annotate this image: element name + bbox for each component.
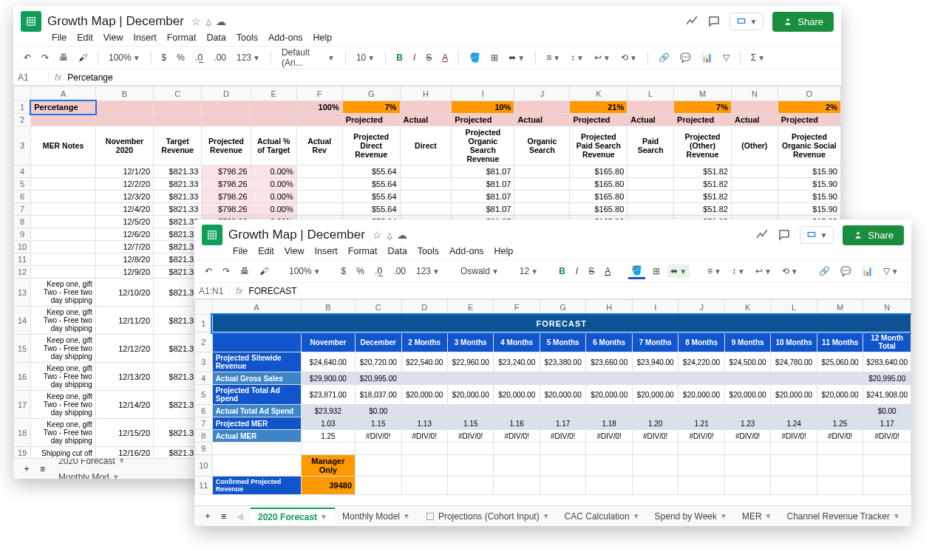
menu-format[interactable]: Format (167, 33, 197, 43)
toolbar: ↶ ↷ 🖶 🖌 100% ▼ $ % .0̲ .00 123▼ Oswald ▼… (194, 259, 911, 283)
name-box[interactable]: A1 (13, 72, 49, 83)
tab[interactable]: Monthly Model ▼ (335, 508, 418, 525)
activity-icon[interactable] (755, 228, 769, 242)
name-box[interactable]: A1:N1 (194, 286, 230, 296)
undo-icon[interactable]: ↶ (21, 51, 34, 64)
menu-help[interactable]: Help (313, 33, 333, 43)
share-button[interactable]: Share (772, 12, 834, 32)
fx-icon: fx (49, 72, 67, 83)
menu-file[interactable]: File (52, 33, 67, 43)
menu-data[interactable]: Data (206, 33, 225, 43)
menu-edit[interactable]: Edit (258, 246, 274, 256)
menu-insert[interactable]: Insert (134, 33, 157, 43)
size-select[interactable]: 10 ▼ (353, 51, 378, 64)
filter-icon[interactable]: ▽ (720, 51, 732, 64)
font-select[interactable]: Oswald ▼ (458, 264, 502, 278)
menu-view[interactable]: View (285, 246, 305, 256)
functions-icon[interactable]: Σ ▼ (748, 51, 768, 64)
redo-icon[interactable]: ↷ (38, 51, 52, 64)
formula-input[interactable]: FORECAST (248, 286, 296, 296)
move-icon[interactable]: ⍙ (205, 16, 211, 27)
grid[interactable]: ABCDEFGHIJKLMN1FORECAST2NovemberDecember… (194, 299, 911, 495)
tab[interactable]: MER ▼ (735, 508, 780, 525)
menu-data[interactable]: Data (387, 246, 407, 256)
all-sheets-icon[interactable]: ≡ (218, 510, 229, 523)
tab[interactable]: CAC Calculation ▼ (557, 508, 647, 525)
all-sheets-icon[interactable]: ≡ (37, 462, 48, 476)
star-icon[interactable]: ☆ (191, 16, 201, 27)
print-icon[interactable]: 🖶 (56, 51, 71, 64)
menu-insert[interactable]: Insert (315, 246, 338, 256)
zoom-select[interactable]: 100% ▼ (106, 51, 143, 64)
menu-tools[interactable]: Tools (237, 33, 258, 43)
cloud-icon[interactable]: ☁ (397, 229, 407, 241)
star-icon[interactable]: ☆ (373, 229, 382, 241)
link-icon[interactable]: 🔗 (656, 51, 673, 64)
tab[interactable]: 2020 Forecast ▼ (251, 508, 335, 525)
menu-add-ons[interactable]: Add-ons (449, 246, 484, 256)
doc-title[interactable]: Growth Map | December (228, 228, 365, 242)
rotate-icon[interactable]: ⟲ ▼ (618, 51, 640, 64)
format-more[interactable]: 123▼ (234, 51, 263, 64)
share-button[interactable]: Share (843, 225, 904, 245)
currency-icon[interactable]: $ (159, 51, 170, 64)
valign-icon[interactable]: ↕ ▼ (568, 51, 587, 64)
titlebar: Growth Map | December ☆ ⍙ ☁ ▼ Share (194, 219, 911, 246)
wrap-icon[interactable]: ↩ ▼ (591, 51, 613, 64)
sheets-logo-icon[interactable] (21, 11, 41, 32)
comment-icon[interactable] (707, 15, 721, 28)
text-color-icon[interactable]: A (439, 51, 451, 64)
doc-title[interactable]: Growth Map | December (47, 14, 184, 29)
add-sheet-icon[interactable]: ＋ (19, 461, 34, 477)
halign-icon[interactable]: ≡ ▼ (543, 51, 563, 64)
tab[interactable]: Projections (Cohort Input) ▼ (418, 508, 557, 525)
menu-edit[interactable]: Edit (77, 33, 93, 43)
present-button[interactable]: ▼ (800, 226, 834, 244)
dec-decimal-icon[interactable]: .0̲ (192, 51, 206, 64)
undo-icon[interactable]: ↶ (202, 264, 215, 278)
svg-point-4 (857, 232, 860, 235)
menubar: FileEditViewInsertFormatDataToolsAdd-ons… (194, 246, 911, 259)
activity-icon[interactable] (685, 15, 698, 28)
sheets-logo-icon[interactable] (202, 225, 222, 245)
print-icon[interactable]: 🖶 (237, 264, 252, 278)
svg-rect-3 (809, 233, 815, 237)
bold-icon[interactable]: B (393, 51, 406, 64)
paint-icon[interactable]: 🖌 (75, 51, 90, 64)
present-button[interactable]: ▼ (729, 13, 763, 30)
move-icon[interactable]: ⍙ (387, 229, 392, 241)
menu-file[interactable]: File (233, 246, 248, 256)
paint-icon[interactable]: 🖌 (256, 264, 271, 278)
menu-add-ons[interactable]: Add-ons (268, 33, 303, 43)
fx-icon: fx (230, 286, 248, 296)
tab[interactable]: Spend by Week ▼ (647, 508, 735, 525)
borders-icon[interactable]: ⊞ (488, 51, 501, 64)
fill-color-icon[interactable]: 🪣 (466, 51, 483, 64)
redo-icon[interactable]: ↷ (220, 264, 233, 278)
merge-icon[interactable]: ⬌ ▼ (506, 51, 528, 64)
formula-input[interactable]: Percetange (67, 72, 112, 83)
italic-icon[interactable]: I (410, 51, 418, 64)
strike-icon[interactable]: S (423, 51, 435, 64)
formula-bar: A1:N1 fx FORECAST (194, 283, 911, 299)
menu-tools[interactable]: Tools (418, 246, 439, 256)
chart-insert-icon[interactable]: 📊 (698, 51, 715, 64)
tab[interactable]: Monthly Mod ▼ (51, 469, 133, 479)
cloud-icon[interactable]: ☁ (216, 16, 226, 27)
comment-add-icon[interactable]: 💬 (677, 51, 694, 64)
inc-decimal-icon[interactable]: .00 (211, 51, 229, 64)
menu-format[interactable]: Format (348, 246, 378, 256)
add-sheet-icon[interactable]: ＋ (200, 508, 215, 524)
tab[interactable]: 2020 Forecast ▼ (51, 458, 133, 469)
toolbar: ↶ ↷ 🖶 🖌 100% ▼ $ % .0̲ .00 123▼ Default … (13, 46, 841, 69)
percent-icon[interactable]: % (174, 51, 188, 64)
font-select[interactable]: Default (Ari... ▼ (279, 46, 338, 69)
tab[interactable]: Channel Revenue Tracker ▼ (780, 508, 908, 525)
menu-view[interactable]: View (103, 33, 123, 43)
comment-icon[interactable] (778, 228, 791, 242)
menu-help[interactable]: Help (494, 246, 514, 256)
sheets-window-2: Growth Map | December ☆ ⍙ ☁ ▼ Share File… (194, 219, 911, 526)
size-select[interactable]: 12 ▼ (517, 264, 541, 278)
tab[interactable]: FB Spend Tr ▼ (908, 508, 911, 525)
zoom-select[interactable]: 100% ▼ (286, 264, 324, 278)
